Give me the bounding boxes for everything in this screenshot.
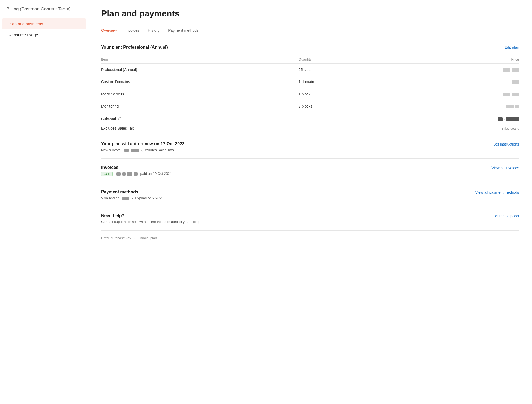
autorenew-title: Your plan will auto-renew on 17 Oct 2022 <box>101 141 185 146</box>
plan-section-header: Your plan: Professional (Annual) Edit pl… <box>101 45 519 50</box>
payment-methods-sub: Visa ending · Expires on 9/2025 <box>101 196 163 200</box>
plan-table: Item Quantity Price Professional (Annual… <box>101 55 519 135</box>
price-blurred-2 <box>515 105 519 108</box>
team-name: (Postman Content Team) <box>20 6 71 12</box>
billing-label: Billing <box>6 6 19 12</box>
row-item: Monitoring <box>101 100 296 112</box>
cancel-plan-link[interactable]: Cancel plan <box>139 236 157 240</box>
sidebar-item-plan-and-payments[interactable]: Plan and payments <box>2 18 86 29</box>
row-item: Professional (Annual) <box>101 64 296 76</box>
help-subtitle: Contact support for help with all the th… <box>101 220 200 224</box>
contact-support-button[interactable]: Contact support <box>492 214 519 218</box>
set-instructions-button[interactable]: Set instructions <box>493 142 519 146</box>
help-title: Need help? <box>101 213 200 218</box>
col-quantity: Quantity <box>296 55 392 64</box>
payment-methods-section: Payment methods Visa ending · Expires on… <box>101 183 519 207</box>
subtotal-row: Subtotal i · <box>101 112 519 122</box>
row-qty: 1 block <box>296 88 392 100</box>
price-blurred-2 <box>512 68 519 72</box>
table-row: Monitoring 3 blocks <box>101 100 519 112</box>
col-price: Price <box>392 55 519 64</box>
price-blurred <box>512 80 519 84</box>
price-blurred <box>506 105 514 108</box>
row-item: Mock Servers <box>101 88 296 100</box>
billed-yearly: Billed yearly <box>502 127 519 130</box>
table-row: Professional (Annual) 25 slots <box>101 64 519 76</box>
payment-methods-title: Payment methods <box>101 190 163 194</box>
tabs: Overview Invoices History Payment method… <box>101 25 519 36</box>
price-blurred-2 <box>512 93 519 96</box>
row-qty: 1 domain <box>296 76 392 88</box>
row-price <box>392 100 519 112</box>
sidebar: Billing (Postman Content Team) Plan and … <box>0 0 88 404</box>
invoices-sub: PAID paid on 19 Oct 2021 <box>101 172 172 176</box>
price-blurred <box>503 68 510 72</box>
row-item: Custom Domains <box>101 76 296 88</box>
enter-purchase-key-link[interactable]: Enter purchase key <box>101 236 131 240</box>
table-row: Custom Domains 1 domain <box>101 76 519 88</box>
subtotal-blurred-2 <box>506 117 519 121</box>
row-price <box>392 76 519 88</box>
page-title: Plan and payments <box>101 9 519 19</box>
edit-plan-button[interactable]: Edit plan <box>505 45 519 49</box>
subtotal-note: Excludes Sales Tax <box>101 122 392 135</box>
row-qty: 25 slots <box>296 64 392 76</box>
view-all-invoices-button[interactable]: View all invoices <box>492 166 519 170</box>
autorenew-subtitle: New subtotal: (Excludes Sales Tax) <box>101 148 185 152</box>
autorenew-section: Your plan will auto-renew on 17 Oct 2022… <box>101 135 519 159</box>
footer-actions: Enter purchase key · Cancel plan <box>101 231 519 245</box>
invoices-section: Invoices PAID paid on 19 Oct 2021 View a… <box>101 159 519 183</box>
col-item: Item <box>101 55 296 64</box>
subtotal-label: Subtotal <box>101 117 116 121</box>
footer-dot: · <box>134 236 136 240</box>
tab-overview[interactable]: Overview <box>101 25 121 36</box>
paid-badge: PAID <box>101 172 113 176</box>
info-icon: i <box>118 117 122 121</box>
table-row: Mock Servers 1 block <box>101 88 519 100</box>
sidebar-item-resource-usage[interactable]: Resource usage <box>2 29 86 40</box>
row-qty: 3 blocks <box>296 100 392 112</box>
tab-history[interactable]: History <box>144 25 164 36</box>
subtotal-blurred-1 <box>498 117 503 121</box>
view-all-payment-methods-button[interactable]: View all payment methods <box>475 190 519 194</box>
help-section: Need help? Contact support for help with… <box>101 207 519 231</box>
plan-section-title: Your plan: Professional (Annual) <box>101 45 168 50</box>
tab-invoices[interactable]: Invoices <box>121 25 143 36</box>
tab-payment-methods[interactable]: Payment methods <box>164 25 203 36</box>
subtotal-note-row: Excludes Sales Tax Billed yearly <box>101 122 519 135</box>
row-price <box>392 64 519 76</box>
sidebar-billing-title: Billing (Postman Content Team) <box>0 6 88 18</box>
main-content: Plan and payments Overview Invoices Hist… <box>88 0 532 404</box>
invoices-title: Invoices <box>101 165 172 170</box>
price-blurred <box>503 93 510 96</box>
plan-section: Your plan: Professional (Annual) Edit pl… <box>101 45 519 135</box>
row-price <box>392 88 519 100</box>
